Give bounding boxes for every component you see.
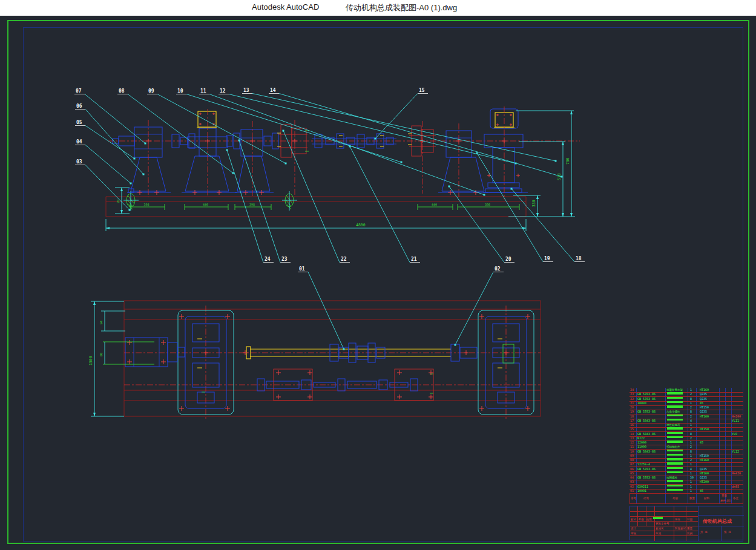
tb-label-stage: 阶段标记 <box>675 527 686 530</box>
tb-label-sign: 签名 <box>675 518 680 521</box>
callout-21: 21 <box>349 146 421 263</box>
callout-label: 04 <box>76 139 82 145</box>
tb-label-design: 设计 <box>631 527 636 530</box>
callout-09: 09 <box>147 88 287 165</box>
tb-label-scale: 比例 <box>687 532 692 535</box>
callout-label: 14 <box>270 88 276 93</box>
callout-label: 23 <box>281 257 288 262</box>
svg-text:398: 398 <box>144 203 150 206</box>
callout-11: 11 <box>199 88 485 196</box>
bom-header-cell: 材料 <box>704 497 709 500</box>
tb-label-sheets: 共 张 <box>700 531 708 534</box>
callout-02: 02 <box>455 266 504 346</box>
bolt-cross-markers <box>127 139 530 411</box>
callout-05: 05 <box>75 120 136 160</box>
svg-text:4800: 4800 <box>356 223 366 228</box>
tb-label-weight: 重量 <box>687 527 692 530</box>
svg-text:1500: 1500 <box>88 356 93 365</box>
drawing-title: 传动机构总成 <box>703 518 732 525</box>
callout-label: 01 <box>299 266 305 272</box>
dimensions-layer: 48007965183302039844039844039815009480 <box>88 111 575 416</box>
callout-03: 03 <box>75 159 131 211</box>
tb-label-sheet-no: 第 张 <box>724 531 731 534</box>
parts-list-header: 序号代号名称数量材料单件总计备注重量 <box>629 493 743 504</box>
callout-label: 09 <box>148 88 154 94</box>
bom-header-weight: 重量 <box>721 494 727 497</box>
svg-text:440: 440 <box>203 203 208 206</box>
svg-text:94: 94 <box>99 321 103 324</box>
selection-highlight <box>653 517 663 519</box>
bom-header-cell: 名称 <box>672 497 678 500</box>
callout-07: 07 <box>74 88 146 145</box>
callout-label: 10 <box>177 88 183 94</box>
callout-label: 15 <box>419 88 425 93</box>
callout-18: 18 <box>511 188 585 262</box>
callout-23: 23 <box>238 140 291 263</box>
callout-label: 07 <box>76 88 82 94</box>
svg-text:398: 398 <box>249 203 255 206</box>
bom-header-cell: 序号 <box>631 497 636 500</box>
callout-label: 13 <box>243 88 249 93</box>
callout-label: 20 <box>505 257 511 262</box>
callout-15: 15 <box>375 88 429 140</box>
callout-label: 22 <box>341 257 347 262</box>
callout-14: 14 <box>269 88 563 178</box>
bom-header-cell: 数量 <box>689 497 695 500</box>
tb-label-approve: 批准 <box>656 532 661 535</box>
autocad-window: Autodesk AutoCAD 传动机构总成装配图-A0 (1).dwg <box>0 0 756 550</box>
bom-header-cell: 总计 <box>726 499 732 502</box>
callout-label: 12 <box>220 88 226 94</box>
title-block: 标记 处数 分区 更改文件号 签名 日期 设计 审核 标准化 批准 阶段标记 重… <box>629 506 743 540</box>
bom-header-cell: 代号 <box>643 497 649 500</box>
callout-08: 08 <box>117 88 234 174</box>
callout-label: 08 <box>119 88 125 94</box>
callout-label: 18 <box>576 256 582 261</box>
callout-10: 10 <box>176 88 403 163</box>
tb-label-count: 处数 <box>639 518 644 521</box>
svg-text:398: 398 <box>485 203 490 206</box>
svg-text:440: 440 <box>432 203 437 206</box>
callout-label: 05 <box>76 120 82 125</box>
callout-label: 02 <box>495 266 501 272</box>
svg-text:20: 20 <box>116 200 120 203</box>
svg-text:80: 80 <box>99 353 103 356</box>
callout-label: 19 <box>544 256 550 261</box>
svg-text:796: 796 <box>565 157 570 165</box>
callout-label: 06 <box>76 103 82 109</box>
tb-label-file: 更改文件号 <box>656 522 669 525</box>
tb-label-date: 日期 <box>687 518 692 521</box>
callout-label: 03 <box>76 159 82 165</box>
plan-view <box>124 301 541 419</box>
tb-label-mark: 标记 <box>631 518 636 521</box>
bom-header-cell: 单件 <box>720 499 726 502</box>
bom-header-cell: 备注 <box>733 497 738 500</box>
callout-label: 11 <box>200 88 206 94</box>
callout-20: 20 <box>449 186 515 263</box>
callout-12: 12 <box>219 88 517 165</box>
svg-text:330: 330 <box>531 200 536 207</box>
callout-label: 24 <box>265 257 271 262</box>
tb-label-zone: 分区 <box>646 518 652 521</box>
callout-label: 21 <box>411 257 417 262</box>
tb-label-standard: 标准化 <box>656 527 664 530</box>
tb-label-audit: 审核 <box>631 532 636 535</box>
parts-list-table: 24张紧装置支架1HT16023GB 5783-862Q23522GB 5783… <box>629 388 743 504</box>
callout-01: 01 <box>298 266 345 350</box>
